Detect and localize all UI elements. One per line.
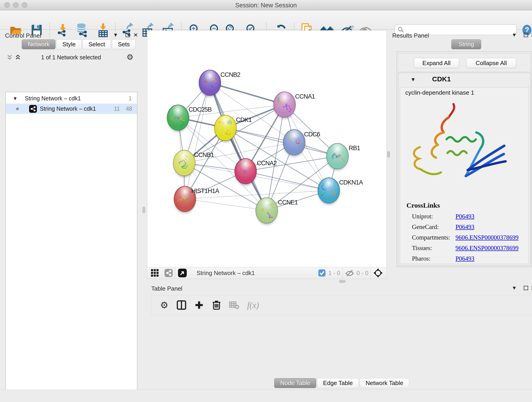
current-network-name: String Network – cdk1 [196, 269, 255, 277]
node-CCNA2[interactable] [234, 158, 257, 186]
table-panel-float-icon[interactable] [524, 286, 528, 290]
edge-HIST1H1A-CCNE1[interactable] [185, 199, 267, 211]
network-canvas[interactable]: CCNB2CCNA1CDC25BCDK1CDC6RB1CCNB1CCNA2CDK… [147, 30, 387, 267]
network-share-icon[interactable] [164, 269, 173, 277]
function-builder-icon[interactable]: f(x) [247, 300, 259, 310]
delete-table-icon[interactable] [229, 300, 239, 310]
crosslink-link[interactable]: P06493 [456, 255, 475, 262]
tab-select[interactable]: Select [82, 39, 111, 49]
tab-network-table[interactable]: Network Table [360, 378, 409, 388]
tab-style[interactable]: Style [56, 39, 82, 49]
node-gloss [257, 198, 276, 221]
node-gloss [319, 178, 338, 201]
node-CDC6[interactable] [283, 129, 305, 157]
table-tabs: Node TableEdge TableNetwork Table [274, 378, 410, 388]
string-app-icon [29, 105, 37, 113]
edge-CCNA2-CDKN1A[interactable] [246, 171, 329, 191]
status-bar: ☁ Memory [0, 390, 532, 402]
table-toolbar: ⚙ f(x) [151, 295, 532, 315]
collapse-all-button[interactable]: Collapse All [466, 58, 516, 68]
results-panel-menu-icon[interactable]: ▼ [513, 32, 516, 37]
control-panel-tabs: NetworkStyleSelectSets [22, 39, 137, 49]
crosslink-link[interactable]: 9606.ENSP00000378699 [456, 245, 519, 252]
node-label-CDKN1A: CDKN1A [339, 179, 363, 186]
results-buttons-box: Expand All Collapse All [398, 53, 531, 72]
control-panel-float-icon[interactable] [126, 33, 130, 37]
tab-sets[interactable]: Sets [112, 39, 136, 49]
edge-CCNB2-HIST1H1A[interactable] [185, 83, 210, 199]
edge-CCNB2-CCNA1[interactable] [210, 83, 285, 104]
network-collection-row[interactable]: ▼ String Network – cdk1 1 [6, 93, 137, 104]
crosslink-label: Tissues: [412, 245, 456, 252]
node-CDC25B[interactable] [167, 105, 189, 132]
crosslink-link[interactable]: 9606.ENSP00000378699 [456, 234, 519, 241]
network-graph[interactable]: CCNB2CCNA1CDC25BCDK1CDC6RB1CCNB1CCNA2CDK… [147, 31, 386, 267]
network-edge-count: 48 [126, 105, 132, 112]
collection-expand-icon[interactable]: ▼ [14, 96, 17, 101]
tab-string[interactable]: String [451, 39, 481, 49]
node-gloss [275, 92, 294, 115]
node-CDKN1A[interactable] [318, 178, 340, 205]
table-panel-close-icon[interactable]: ✕ [531, 286, 532, 290]
collection-label: String Network – cdk1 [25, 95, 81, 102]
selected-checkbox-icon[interactable] [318, 269, 326, 277]
gene-collapse-icon[interactable]: ▼ [412, 77, 415, 82]
network-row[interactable]: String Network – cdk1 11 48 [6, 104, 137, 114]
tab-edge-table[interactable]: Edge Table [317, 378, 359, 388]
delete-column-trash-icon[interactable] [212, 300, 221, 310]
node-label-CCNA2: CCNA2 [257, 160, 277, 167]
control-panel-close-icon[interactable]: ✕ [133, 33, 138, 37]
edge-CCNB1-CDKN1A[interactable] [184, 163, 329, 191]
node-gloss [216, 115, 235, 138]
node-RB1[interactable] [326, 143, 348, 171]
node-CCNB1[interactable] [173, 150, 195, 177]
table-panel-menu-icon[interactable]: ▼ [513, 286, 516, 290]
node-CCNA1[interactable] [273, 92, 296, 119]
control-panel-title: Control Panel [5, 32, 41, 39]
show-columns-icon[interactable] [177, 300, 186, 310]
hidden-node-edge-counts: 0 - 0 [356, 269, 368, 277]
crosslink-link[interactable]: P06493 [456, 223, 475, 230]
toolbar-separator [371, 268, 371, 279]
tab-network[interactable]: Network [22, 39, 56, 49]
results-panel-close-icon[interactable]: ✕ [531, 33, 532, 37]
main-toolbar: ? [0, 10, 532, 30]
selected-node-edge-counts: 1 - 0 [328, 269, 340, 277]
app-window: Session: New Session [0, 0, 532, 402]
table-panel-title: Table Panel [151, 285, 182, 292]
birdseye-grid-icon[interactable] [151, 269, 159, 277]
toolbar-separator [175, 268, 176, 279]
table-settings-gear-icon[interactable]: ⚙ [160, 300, 168, 310]
crosslink-row: GeneCard:P06493 [412, 222, 525, 232]
crosslink-row: Tissues:9606.ENSP00000378699 [412, 243, 525, 253]
results-panel-float-icon[interactable] [524, 33, 528, 37]
crosslink-row: Compartments:9606.ENSP00000378699 [412, 232, 525, 243]
network-view-toolbar: String Network – cdk1 1 - 0 0 - 0 [147, 267, 387, 279]
node-gloss [169, 105, 187, 128]
gene-description: cyclin-dependent kinase 1 [405, 89, 474, 96]
network-tree: ▼ String Network – cdk1 1 String Network… [6, 92, 137, 402]
crosslink-label: Uniprot: [412, 213, 456, 220]
node-CCNB2[interactable] [199, 70, 221, 97]
network-options-gear-icon[interactable]: ⚙ [127, 52, 133, 62]
add-column-icon[interactable] [195, 300, 204, 310]
node-label-CDC25B: CDC25B [189, 106, 212, 113]
control-panel: Control Panel ▼ ✕ NetworkStyleSelectSets… [0, 29, 144, 390]
node-gloss [201, 70, 219, 93]
fit-selected-crosshair-icon[interactable] [373, 268, 383, 278]
tab-node-table[interactable]: Node Table [274, 378, 316, 388]
bottom-splitter-handle[interactable] [339, 280, 346, 283]
crosslink-link[interactable]: P06493 [456, 213, 475, 220]
node-CDK1[interactable] [215, 115, 236, 142]
left-splitter-handle[interactable] [143, 207, 145, 213]
crosslink-row: Uniprot:P06493 [412, 211, 525, 222]
node-gloss [236, 159, 255, 182]
node-label-CCNB1: CCNB1 [194, 152, 214, 158]
gene-name: CDK1 [432, 75, 451, 83]
expand-all-button[interactable]: Expand All [414, 58, 459, 68]
open-view-icon[interactable] [178, 268, 187, 278]
node-CCNE1[interactable] [256, 198, 278, 225]
node-label-CDC6: CDC6 [304, 131, 320, 138]
control-panel-menu-icon[interactable]: ▼ [114, 32, 117, 37]
crosslink-label: GeneCard: [412, 223, 456, 230]
